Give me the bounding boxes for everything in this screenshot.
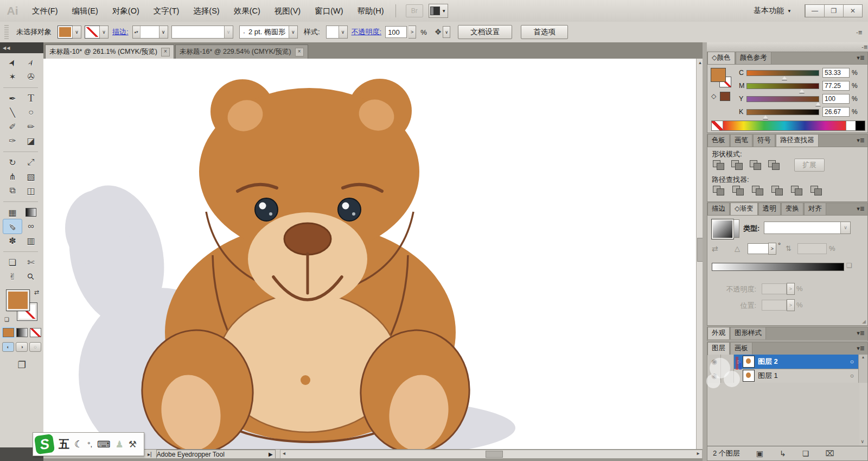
horizontal-scroll-thumb[interactable] — [486, 451, 503, 458]
layer-thumbnail[interactable] — [743, 356, 755, 368]
arrange-documents-button[interactable]: ▼ — [429, 4, 448, 18]
tab-brushes[interactable]: 画笔 — [730, 134, 752, 147]
document-setup-button[interactable]: 文档设置 — [458, 25, 512, 39]
panel-menu-icon[interactable]: ▾≣ — [857, 345, 865, 352]
selection-tool[interactable]: ➤ — [3, 55, 22, 70]
lock-toggle-cell[interactable] — [721, 369, 734, 383]
spectrum-gradient[interactable] — [723, 121, 846, 130]
target-circle-icon[interactable]: ○ — [850, 372, 854, 380]
menu-object[interactable]: 对象(O) — [105, 0, 146, 22]
slider-handle[interactable] — [763, 115, 768, 119]
scale-tool[interactable]: ⤢ — [22, 155, 40, 169]
screen-mode-button[interactable]: ❐ — [17, 359, 25, 371]
tab-swatches[interactable]: 色板 — [707, 134, 730, 147]
close-button[interactable]: ✕ — [843, 5, 862, 17]
document-tab-1[interactable]: 未标题-10* @ 261.1% (CMYK/预览) × — [45, 45, 174, 59]
visibility-eye-icon[interactable]: ◉ — [708, 355, 721, 369]
style-combo[interactable]: ∨ — [326, 26, 348, 39]
shape-builder-tool[interactable]: ⧉ — [3, 184, 22, 198]
panel-menu-icon[interactable]: ▾≣ — [857, 330, 865, 337]
panel-menu-icon[interactable]: ▾≣ — [857, 205, 865, 212]
chevron-down-icon[interactable]: ∨ — [289, 26, 297, 38]
magenta-slider[interactable] — [746, 83, 819, 89]
angle-input[interactable] — [748, 243, 769, 254]
variable-width-profile-combo[interactable]: ∨ — [171, 26, 233, 39]
punctuation-icon[interactable]: °, — [87, 440, 92, 449]
yellow-slider[interactable] — [746, 96, 819, 102]
tab-align[interactable]: 对齐 — [804, 203, 826, 215]
make-clipping-mask-icon[interactable]: ▣ — [756, 449, 763, 458]
default-fill-stroke-icon[interactable]: ❏ — [4, 317, 9, 323]
unite-icon[interactable] — [712, 159, 726, 170]
tab-appearance[interactable]: 外观 — [707, 327, 730, 339]
new-sublayer-icon[interactable]: ↳ — [780, 449, 786, 458]
ime-mode-wubi[interactable]: 五 — [59, 437, 69, 452]
collapse-control-bar-icon[interactable]: -≣ — [856, 29, 863, 35]
wrench-icon[interactable]: ⚒ — [129, 439, 137, 450]
menu-edit[interactable]: 编辑(E) — [65, 0, 105, 22]
toolbar-collapse-header[interactable]: ◀◀ — [0, 42, 46, 53]
horizontal-scrollbar[interactable]: ◂ ▸ — [280, 450, 703, 459]
color-spectrum-bar[interactable] — [711, 121, 865, 131]
blend-tool[interactable]: ∞ — [22, 219, 40, 233]
preferences-button[interactable]: 首选项 — [521, 25, 568, 39]
canvas[interactable] — [43, 59, 696, 449]
last-color-swatch[interactable] — [720, 92, 730, 100]
scroll-left-icon[interactable]: ◂ — [280, 450, 288, 457]
fill-swatch[interactable] — [58, 26, 72, 38]
exclude-icon[interactable] — [767, 159, 781, 170]
collapse-panels-icon[interactable]: -≣ — [707, 42, 868, 52]
tab-color-guide[interactable]: 颜色参考 — [736, 52, 771, 64]
layer-name[interactable]: 图层 1 — [758, 371, 850, 381]
symbol-sprayer-tool[interactable]: ✽ — [3, 233, 22, 248]
yellow-value-input[interactable]: 100 — [822, 94, 850, 104]
swap-fill-stroke-icon[interactable]: ⇄ — [34, 289, 39, 296]
select-similar-control[interactable]: ❖ ∨ — [435, 26, 450, 38]
target-circle-icon[interactable]: ○ — [850, 358, 854, 365]
hand-tool[interactable]: ✌ — [3, 269, 22, 283]
status-flyout-icon[interactable]: ▸| — [148, 451, 152, 457]
layer-row-1[interactable]: ◉ ▷ 图层 1 ○ — [708, 369, 859, 383]
scroll-up-icon[interactable]: ▴ — [862, 355, 864, 359]
tab-artboards[interactable]: 画板 — [730, 342, 752, 355]
black-slider[interactable] — [746, 109, 819, 115]
close-icon[interactable]: × — [161, 48, 170, 56]
fill-proxy[interactable] — [711, 68, 725, 81]
tab-transparency[interactable]: 透明 — [758, 203, 781, 215]
tab-transform[interactable]: 变换 — [781, 203, 803, 215]
cyan-slider[interactable] — [746, 70, 819, 76]
eraser-tool[interactable]: ◪ — [22, 134, 40, 148]
close-icon[interactable]: × — [295, 48, 304, 56]
menu-help[interactable]: 帮助(H) — [350, 0, 391, 22]
reverse-gradient-icon[interactable]: ⇄ — [712, 244, 718, 253]
scroll-right-icon[interactable]: ▸ — [694, 450, 702, 457]
menu-select[interactable]: 选择(S) — [186, 0, 226, 22]
zoom-tool[interactable]: ⚲ — [22, 269, 40, 283]
spinner-icon[interactable]: ▴▾ — [133, 26, 141, 38]
black-value-input[interactable]: 26.67 — [822, 107, 850, 117]
layer-name[interactable]: 图层 2 — [758, 357, 850, 367]
eyedropper-tool[interactable]: ✎ — [3, 219, 22, 233]
stroke-color-combo[interactable]: ∨ — [85, 26, 108, 39]
artboard-tool[interactable]: ❏ — [3, 255, 22, 269]
layer-row-2[interactable]: ◉ ▷ 图层 2 ○ — [708, 355, 859, 369]
black-swatch[interactable] — [856, 121, 865, 130]
cyan-value-input[interactable]: 53.33 — [822, 68, 850, 78]
gradient-tool[interactable] — [22, 205, 40, 219]
gradient-ramp[interactable] — [712, 263, 844, 271]
graph-tool[interactable]: ▥ — [22, 233, 40, 248]
ellipse-tool[interactable]: ○ — [22, 105, 40, 119]
moon-icon[interactable]: ☾ — [74, 439, 82, 450]
draw-normal-button[interactable]: ◐ — [2, 342, 14, 352]
new-layer-icon[interactable]: ❏ — [802, 449, 809, 458]
gradient-mini-slider[interactable] — [733, 219, 739, 238]
magic-wand-tool[interactable]: ✶ — [3, 70, 22, 84]
sogou-logo-icon[interactable]: S — [34, 434, 55, 454]
tab-layers[interactable]: 图层 — [707, 342, 730, 355]
chevron-down-icon[interactable]: ∨ — [224, 26, 233, 38]
chevron-down-icon[interactable]: ∨ — [443, 26, 450, 38]
draw-behind-button[interactable]: ◑ — [16, 342, 28, 352]
expand-button[interactable]: 扩展 — [794, 159, 825, 172]
angle-spinner-icon[interactable]: > — [768, 243, 776, 255]
tab-pathfinder[interactable]: 路径查找器 — [776, 134, 819, 147]
